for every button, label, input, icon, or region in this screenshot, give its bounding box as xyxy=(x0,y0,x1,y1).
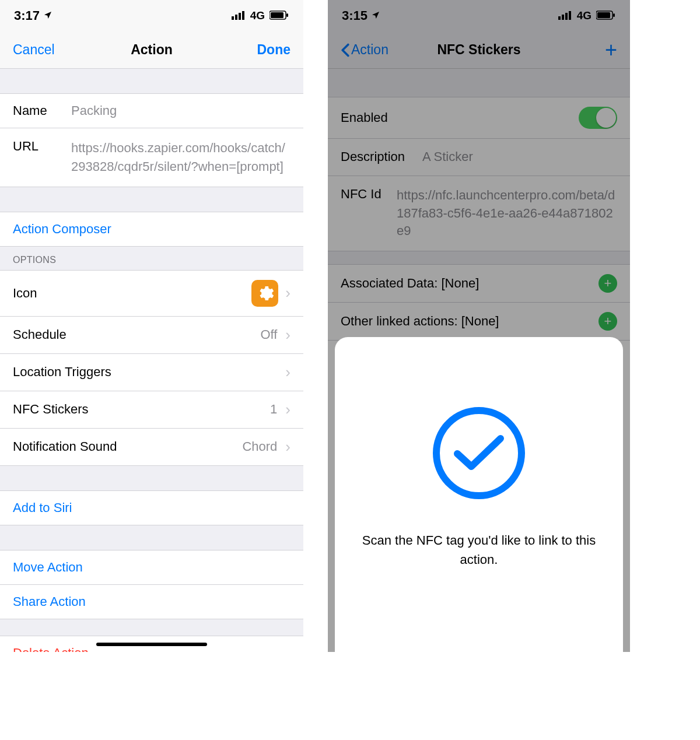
right-phone-screen: 3:15 4G Action NFC Stickers + Enabled xyxy=(328,0,630,652)
svg-rect-10 xyxy=(569,11,571,20)
nav-title: Action xyxy=(77,42,226,58)
chevron-right-icon: › xyxy=(285,363,290,381)
associated-data-row[interactable]: Associated Data: [None] + xyxy=(328,264,630,303)
options-section-header: OPTIONS xyxy=(0,247,303,270)
checkmark-circle-icon xyxy=(433,407,525,499)
name-field-row[interactable]: Name Packing xyxy=(0,93,303,128)
signal-icon xyxy=(558,8,572,23)
svg-rect-5 xyxy=(271,12,284,18)
nav-bar: Action NFC Stickers + xyxy=(328,31,630,69)
content: Name Packing URL https://hooks.zapier.co… xyxy=(0,69,303,652)
battery-icon xyxy=(596,8,616,23)
add-icon[interactable]: + xyxy=(598,312,617,331)
svg-rect-6 xyxy=(286,13,288,17)
nfc-stickers-row[interactable]: NFC Stickers 1 › xyxy=(0,391,303,429)
location-triggers-row[interactable]: Location Triggers › xyxy=(0,354,303,391)
svg-rect-13 xyxy=(613,13,615,17)
name-label: Name xyxy=(13,103,71,118)
share-action-button[interactable]: Share Action xyxy=(0,585,303,619)
battery-icon xyxy=(270,8,289,23)
icon-label: Icon xyxy=(13,286,37,301)
description-value[interactable]: A Sticker xyxy=(422,148,617,166)
nfc-stickers-label: NFC Stickers xyxy=(13,402,89,417)
svg-rect-0 xyxy=(232,16,234,20)
back-button[interactable]: Action xyxy=(341,42,388,58)
nfc-id-value: https://nfc.launchcenterpro.com/beta/d18… xyxy=(397,187,617,240)
notification-sound-label: Notification Sound xyxy=(13,439,117,454)
move-action-label: Move Action xyxy=(13,560,83,575)
name-input[interactable]: Packing xyxy=(71,103,290,118)
network-label: 4G xyxy=(250,9,265,22)
sheet-instruction-text: Scan the NFC tag you'd like to link to t… xyxy=(358,531,600,569)
nfc-id-label: NFC Id xyxy=(341,187,397,202)
back-label: Action xyxy=(351,42,388,58)
notification-sound-value: Chord xyxy=(242,439,277,454)
chevron-left-icon xyxy=(341,43,350,57)
description-row[interactable]: Description A Sticker xyxy=(328,139,630,176)
schedule-label: Schedule xyxy=(13,327,66,342)
schedule-row[interactable]: Schedule Off › xyxy=(0,317,303,354)
enabled-row: Enabled xyxy=(328,97,630,139)
svg-rect-7 xyxy=(558,16,561,20)
gear-icon xyxy=(251,280,278,307)
schedule-value: Off xyxy=(260,327,277,342)
status-time: 3:15 xyxy=(342,8,368,23)
share-action-label: Share Action xyxy=(13,594,86,609)
network-label: 4G xyxy=(577,9,592,22)
chevron-right-icon: › xyxy=(285,438,290,456)
location-arrow-icon xyxy=(371,8,380,23)
svg-rect-9 xyxy=(565,13,568,20)
delete-action-label: Delete Action xyxy=(13,646,89,652)
svg-rect-8 xyxy=(562,15,564,20)
url-field-row[interactable]: URL https://hooks.zapier.com/hooks/catch… xyxy=(0,128,303,187)
add-to-siri-label: Add to Siri xyxy=(13,500,72,515)
icon-row[interactable]: Icon › xyxy=(0,270,303,317)
other-linked-actions-row[interactable]: Other linked actions: [None] + xyxy=(328,303,630,341)
action-composer-label: Action Composer xyxy=(13,222,111,237)
chevron-right-icon: › xyxy=(285,284,290,302)
svg-rect-12 xyxy=(597,12,610,18)
chevron-right-icon: › xyxy=(285,401,290,419)
associated-data-label: Associated Data: [None] xyxy=(341,276,479,291)
url-label: URL xyxy=(13,139,71,154)
location-arrow-icon xyxy=(43,8,52,23)
other-linked-actions-label: Other linked actions: [None] xyxy=(341,314,499,329)
status-bar: 3:17 4G xyxy=(0,0,303,31)
nav-bar: Cancel Action Done xyxy=(0,31,303,69)
nav-title: NFC Stickers xyxy=(405,42,553,58)
cancel-button[interactable]: Cancel xyxy=(13,42,55,58)
status-time: 3:17 xyxy=(14,8,40,23)
left-phone-screen: 3:17 4G Cancel Action Done Name Packing … xyxy=(0,0,303,652)
notification-sound-row[interactable]: Notification Sound Chord › xyxy=(0,429,303,466)
location-triggers-label: Location Triggers xyxy=(13,364,111,380)
description-label: Description xyxy=(341,149,422,164)
enabled-label: Enabled xyxy=(341,110,388,125)
nfc-stickers-value: 1 xyxy=(270,402,277,417)
done-button[interactable]: Done xyxy=(257,42,291,58)
add-icon[interactable]: + xyxy=(598,274,617,293)
nfc-id-row: NFC Id https://nfc.launchcenterpro.com/b… xyxy=(328,176,630,251)
enabled-toggle[interactable] xyxy=(579,107,617,129)
add-button[interactable]: + xyxy=(605,40,617,61)
url-input[interactable]: https://hooks.zapier.com/hooks/catch/293… xyxy=(71,139,290,176)
home-indicator[interactable] xyxy=(96,643,207,646)
add-to-siri-button[interactable]: Add to Siri xyxy=(0,490,303,525)
svg-rect-2 xyxy=(239,13,241,20)
move-action-button[interactable]: Move Action xyxy=(0,550,303,585)
svg-rect-1 xyxy=(235,15,237,20)
svg-rect-3 xyxy=(242,11,244,20)
signal-icon xyxy=(232,8,246,23)
chevron-right-icon: › xyxy=(285,326,290,344)
status-bar: 3:15 4G xyxy=(328,0,630,31)
nfc-scan-sheet: Scan the NFC tag you'd like to link to t… xyxy=(335,337,623,652)
action-composer-button[interactable]: Action Composer xyxy=(0,212,303,247)
